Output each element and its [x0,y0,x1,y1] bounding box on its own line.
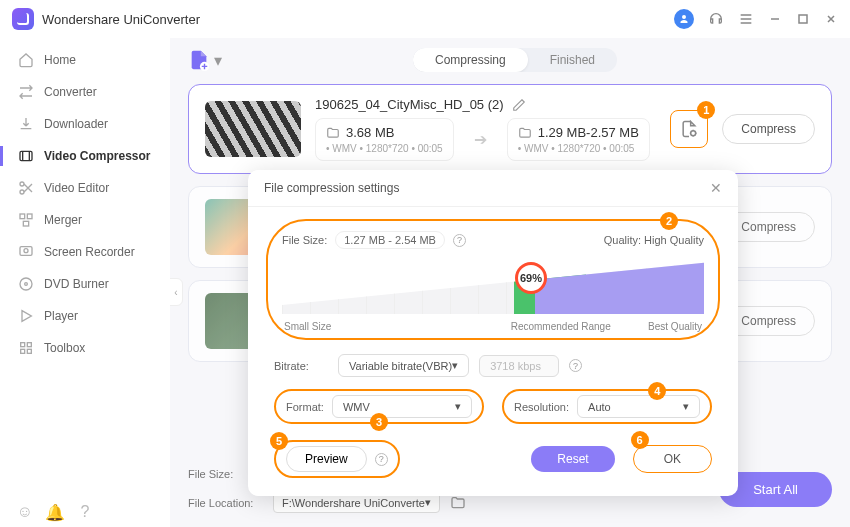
filesize-label: File Size: [282,234,327,246]
format-select[interactable]: WMV▾ [332,395,472,418]
sidebar: Home Converter Downloader Video Compress… [0,38,170,527]
file-card: 190625_04_CityMisc_HD_05 (2) 3.68 MB • W… [188,84,832,174]
svg-point-9 [20,278,32,290]
arrow-icon: ➔ [474,130,487,149]
resolution-label: Resolution: [514,401,569,413]
quality-label: Quality: High Quality [604,234,704,246]
add-file-button[interactable] [188,49,210,71]
support-icon[interactable] [708,11,724,27]
nav-label: DVD Burner [44,277,109,291]
slider-min-label: Small Size [284,321,331,332]
nav-toolbox[interactable]: Toolbox [0,332,170,364]
info-icon[interactable]: ? [375,453,388,466]
titlebar: Wondershare UniConverter [0,0,850,38]
nav-label: Toolbox [44,341,85,355]
nav-home[interactable]: Home [0,44,170,76]
nav-dvd-burner[interactable]: DVD Burner [0,268,170,300]
svg-point-8 [24,249,28,253]
resolution-group: 4 Resolution: Auto▾ [502,389,712,424]
app-logo [12,8,34,30]
callout-1: 1 [697,101,715,119]
app-title: Wondershare UniConverter [42,12,200,27]
reset-button[interactable]: Reset [531,446,614,472]
nav-screen-recorder[interactable]: Screen Recorder [0,236,170,268]
tab-switch: Compressing Finished [413,48,617,72]
add-dropdown-icon[interactable]: ▾ [214,51,222,70]
resolution-select[interactable]: Auto▾ [577,395,700,418]
target-size-box: 1.29 MB-2.57 MB • WMV • 1280*720 • 00:05 [507,118,650,161]
svg-rect-7 [20,247,32,256]
nav-label: Video Compressor [44,149,150,163]
svg-point-17 [691,131,696,136]
open-folder-icon[interactable] [450,495,466,511]
svg-rect-13 [27,343,31,347]
dialog-close-button[interactable]: ✕ [710,180,722,196]
help-icon[interactable]: ? [78,505,92,519]
filename-row: 190625_04_CityMisc_HD_05 (2) [315,97,656,112]
compression-settings-dialog: File compression settings ✕ 2 File Size:… [248,170,738,496]
callout-2: 2 [660,212,678,230]
svg-rect-1 [20,151,32,160]
bitrate-select[interactable]: Variable bitrate(VBR)▾ [338,354,469,377]
nav-video-editor[interactable]: Video Editor [0,172,170,204]
settings-button[interactable]: 1 [670,110,708,148]
source-size: 3.68 MB [346,125,394,140]
info-icon[interactable]: ? [569,359,582,372]
svg-rect-15 [27,349,31,353]
file-gear-icon [679,119,699,139]
target-size: 1.29 MB-2.57 MB [538,125,639,140]
nav-player[interactable]: Player [0,300,170,332]
account-avatar[interactable] [674,9,694,29]
format-label: Format: [286,401,324,413]
tab-finished[interactable]: Finished [528,48,617,72]
statusbar: ☺ 🔔 ? [18,505,92,519]
nav-label: Player [44,309,78,323]
compress-button[interactable]: Compress [722,114,815,144]
video-thumbnail [205,101,301,157]
nav-video-compressor[interactable]: Video Compressor [0,140,170,172]
folder-icon [518,126,532,140]
minimize-button[interactable] [768,12,782,26]
notification-icon[interactable]: 🔔 [48,505,62,519]
slider-handle[interactable]: 69% [515,262,547,294]
filename-text: 190625_04_CityMisc_HD_05 (2) [315,97,504,112]
nav-downloader[interactable]: Downloader [0,108,170,140]
nav-converter[interactable]: Converter [0,76,170,108]
size-slider[interactable]: 69% [282,255,704,319]
ok-button[interactable]: OK [633,445,712,473]
svg-rect-14 [21,349,25,353]
menu-icon[interactable] [738,11,754,27]
svg-rect-4 [20,214,25,219]
nav-merger[interactable]: Merger [0,204,170,236]
svg-rect-6 [23,221,28,226]
collapse-sidebar-button[interactable]: ‹ [170,278,183,306]
tab-compressing[interactable]: Compressing [413,48,528,72]
preview-button[interactable]: Preview [286,446,367,472]
bitrate-label: Bitrate: [274,360,328,372]
svg-marker-11 [22,311,31,322]
format-group: 3 Format: WMV▾ [274,389,484,424]
target-meta: • WMV • 1280*720 • 00:05 [518,143,639,154]
svg-point-10 [25,283,28,286]
bitrate-input: 3718 kbps [479,355,559,377]
bitrate-row: Bitrate: Variable bitrate(VBR)▾ 3718 kbp… [248,348,738,383]
nav-label: Downloader [44,117,108,131]
preview-group: 5 Preview ? [274,440,400,478]
nav-label: Merger [44,213,82,227]
nav-label: Home [44,53,76,67]
maximize-button[interactable] [796,12,810,26]
source-size-box: 3.68 MB • WMV • 1280*720 • 00:05 [315,118,454,161]
close-button[interactable] [824,12,838,26]
slider-rec-label: Recommended Range [511,321,611,332]
nav-label: Video Editor [44,181,109,195]
slider-max-label: Best Quality [648,321,702,332]
svg-point-2 [20,182,24,186]
rename-icon[interactable] [512,98,526,112]
feedback-icon[interactable]: ☺ [18,505,32,519]
info-icon[interactable]: ? [453,234,466,247]
svg-point-3 [20,190,24,194]
source-meta: • WMV • 1280*720 • 00:05 [326,143,443,154]
filesize-value: 1.27 MB - 2.54 MB [335,231,445,249]
svg-rect-5 [27,214,32,219]
dialog-title: File compression settings [264,181,399,195]
